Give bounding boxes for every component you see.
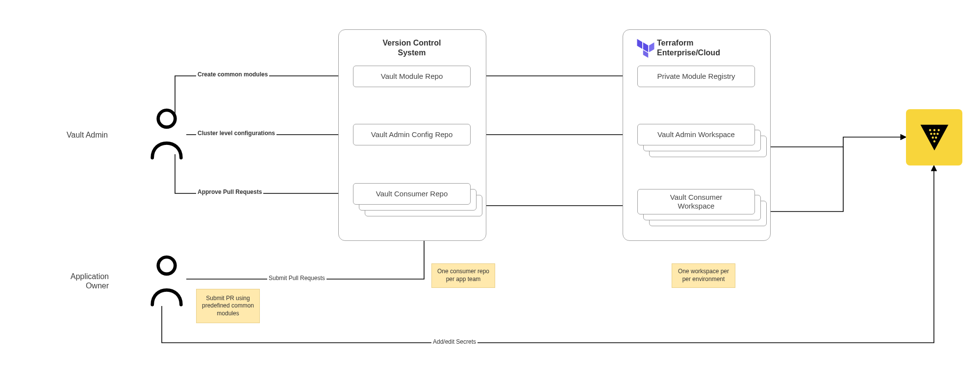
svg-point-7 xyxy=(929,129,931,131)
svg-point-13 xyxy=(931,136,933,138)
edge-label-submit-prs: Submit Pull Requests xyxy=(267,275,327,282)
edge-label-create-modules: Create common modules xyxy=(196,71,269,78)
edge-label-add-secrets: Add/edit Secrets xyxy=(431,338,477,345)
svg-point-0 xyxy=(158,110,176,127)
svg-marker-2 xyxy=(637,39,643,49)
svg-point-14 xyxy=(935,136,937,138)
svg-point-1 xyxy=(158,257,176,274)
private-module-registry-node: Private Module Registry xyxy=(637,66,755,87)
vault-module-repo-node: Vault Module Repo xyxy=(353,66,471,87)
vault-admin-workspace-node: Vault Admin Workspace xyxy=(637,124,755,145)
connector-layer xyxy=(0,0,980,377)
edge-label-approve-prs: Approve Pull Requests xyxy=(196,188,263,195)
terraform-icon xyxy=(635,37,656,58)
edge-label-cluster-config: Cluster level configurations xyxy=(196,130,276,137)
svg-marker-6 xyxy=(920,124,948,150)
submit-pr-note: Submit PR using predefined common module… xyxy=(196,289,260,323)
workspace-note: One workspace per per environment xyxy=(672,263,735,288)
vault-consumer-workspace-node: Vault Consumer Workspace xyxy=(637,189,755,214)
svg-point-12 xyxy=(936,133,938,135)
application-owner-label: Application Owner xyxy=(60,272,109,290)
svg-point-11 xyxy=(933,133,935,135)
vcs-title: Version Control System xyxy=(338,38,485,58)
svg-marker-5 xyxy=(649,43,654,52)
tfe-title: Terraform Enterprise/Cloud xyxy=(657,38,765,58)
vault-admin-label: Vault Admin xyxy=(64,130,108,140)
consumer-repo-note: One consumer repo per app team xyxy=(431,263,495,288)
vault-consumer-repo-node: Vault Consumer Repo xyxy=(353,183,471,205)
person-icon xyxy=(147,254,186,307)
person-icon xyxy=(147,107,186,161)
svg-point-8 xyxy=(933,129,935,131)
svg-point-15 xyxy=(933,140,935,142)
vault-icon xyxy=(906,109,962,165)
vault-admin-config-repo-node: Vault Admin Config Repo xyxy=(353,124,471,145)
svg-point-9 xyxy=(937,129,939,131)
svg-point-10 xyxy=(930,133,932,135)
